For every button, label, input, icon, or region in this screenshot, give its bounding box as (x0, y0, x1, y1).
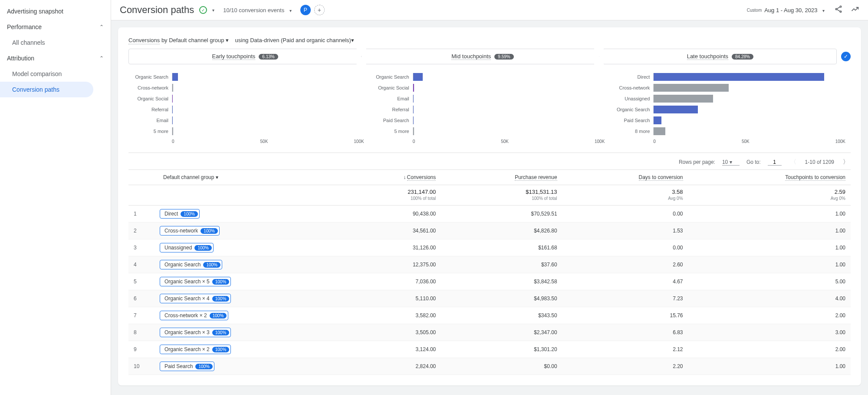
chart-panel: DirectCross-networkUnassignedOrganic Sea… (610, 68, 851, 146)
using-label: using (235, 37, 250, 43)
table-row[interactable]: 9Organic Search × 2100%3,124.00$1,301.20… (128, 341, 851, 358)
path-chip: Cross-network100% (160, 226, 220, 236)
bar-track (653, 73, 845, 81)
row-conversions: 2,824.00 (342, 358, 441, 375)
share-icon[interactable] (834, 5, 843, 16)
touchpoint-early-pct: 6.13% (259, 54, 278, 60)
table-row[interactable]: 4Organic Search100%12,375.00$37.602.601.… (128, 256, 851, 273)
table-row[interactable]: 5Organic Search × 5100%7,036.00$3,842.58… (128, 273, 851, 290)
axis-tick: 100K (354, 139, 364, 144)
table-row[interactable]: 10Paid Search100%2,824.00$0.002.201.00 (128, 358, 851, 375)
page-prev-icon[interactable]: 〈 (789, 158, 798, 166)
col-days[interactable]: Days to conversion (562, 170, 688, 185)
axis-tick: 50K (501, 139, 509, 144)
row-index: 6 (128, 290, 155, 307)
row-conversions: 7,036.00 (342, 273, 441, 290)
bar-label: Organic Social (375, 85, 413, 90)
row-path: Cross-network100% (155, 222, 342, 239)
title-dropdown-icon[interactable]: ▾ (210, 6, 216, 14)
bar-label: 5 more (375, 129, 413, 134)
sidebar-item-conversion-paths[interactable]: Conversion paths (0, 82, 93, 97)
bar-fill (654, 106, 698, 113)
rows-per-page-select[interactable]: 10 ▾ (722, 159, 740, 166)
bar-track (172, 106, 364, 113)
sidebar-item-model-comparison[interactable]: Model comparison (0, 66, 93, 82)
bar-fill (413, 95, 414, 103)
bar-label: Referral (375, 107, 413, 112)
filter-row: Conversions by Default channel group ▾ u… (128, 34, 851, 49)
sidebar-performance-header[interactable]: Performance ⌃ (0, 19, 111, 35)
sidebar-item-all-channels[interactable]: All channels (0, 35, 93, 50)
path-chip: Organic Search × 2100% (160, 345, 231, 354)
touchpoint-early-chip[interactable]: Early touchpoints 6.13% (128, 49, 362, 64)
add-comparison-button[interactable]: + (314, 5, 325, 15)
date-range-picker[interactable]: Aug 1 - Aug 30, 2023 ▾ (764, 7, 826, 13)
bar-track (413, 106, 605, 113)
row-revenue: $0.00 (441, 358, 562, 375)
path-chip: Organic Search × 3100% (160, 328, 231, 337)
bar-fill (413, 106, 414, 113)
sidebar-attribution-label: Attribution (7, 55, 34, 62)
table-row[interactable]: 3Unassigned100%31,126.00$161.680.001.00 (128, 239, 851, 256)
bar-row: Organic Social (375, 82, 605, 93)
bar-label: Email (375, 96, 413, 101)
path-label: Organic Search × 5 (164, 279, 210, 285)
bar-row: Organic Search (375, 71, 605, 82)
table-row[interactable]: 8Organic Search × 3100%3,505.00$2,347.00… (128, 324, 851, 341)
row-index: 5 (128, 273, 155, 290)
col-conversions[interactable]: ↓Conversions (342, 170, 441, 185)
table-row[interactable]: 7Cross-network × 2100%3,582.00$343.5015.… (128, 307, 851, 324)
path-chip: Direct100% (160, 209, 200, 219)
table-row[interactable]: 1Direct100%90,438.00$70,529.510.001.00 (128, 206, 851, 222)
svg-point-1 (835, 8, 837, 10)
path-pct-badge: 100% (195, 364, 213, 369)
row-days: 2.60 (562, 256, 688, 273)
metric-dropdown[interactable]: Conversions (128, 37, 160, 44)
bar-row: Paid Search (375, 115, 605, 126)
insights-icon[interactable] (851, 5, 859, 16)
user-avatar[interactable]: P (300, 5, 311, 15)
goto-input[interactable] (768, 159, 782, 166)
touchpoint-mid-chip[interactable]: Mid touchpoints 9.59% (366, 49, 599, 64)
bar-fill (413, 73, 423, 81)
table-row[interactable]: 2Cross-network100%34,561.00$4,826.801.53… (128, 222, 851, 239)
row-path: Direct100% (155, 206, 342, 222)
col-revenue[interactable]: Purchase revenue (441, 170, 562, 185)
row-days: 2.20 (562, 358, 688, 375)
row-days: 7.23 (562, 290, 688, 307)
path-chip: Organic Search100% (160, 260, 222, 269)
row-index: 2 (128, 222, 155, 239)
touchpoint-check-icon[interactable]: ✓ (841, 52, 851, 61)
conversion-events-dropdown[interactable]: 10/10 conversion events ▾ (223, 7, 293, 13)
bar-track (172, 95, 364, 103)
row-tp: 2.00 (688, 341, 851, 358)
row-tp: 1.00 (688, 358, 851, 375)
sort-down-icon: ↓ (404, 174, 406, 180)
dimension-column-dropdown[interactable]: Default channel group ▾ (163, 174, 218, 180)
chevron-down-icon: ▾ (821, 7, 826, 15)
row-tp: 3.00 (688, 324, 851, 341)
table-row[interactable]: 6Organic Search × 4100%5,110.00$4,983.50… (128, 290, 851, 307)
bar-track (172, 73, 364, 81)
row-revenue: $4,826.80 (441, 222, 562, 239)
status-check-icon[interactable]: ✓ (199, 6, 207, 14)
sidebar-snapshot-header[interactable]: Advertising snapshot (0, 3, 111, 19)
row-revenue: $1,301.20 (441, 341, 562, 358)
svg-point-2 (840, 11, 841, 12)
page-next-icon[interactable]: 〉 (841, 158, 851, 166)
by-label: by (161, 37, 169, 43)
row-tp: 1.00 (688, 222, 851, 239)
path-label: Organic Search × 2 (164, 346, 210, 352)
model-dropdown[interactable]: Data-driven (Paid and organic channels)▾ (250, 37, 354, 43)
touchpoint-late-chip[interactable]: Late touchpoints 84.28% (604, 49, 837, 64)
chevron-up-icon: ⌃ (99, 55, 104, 61)
bar-fill (172, 73, 178, 81)
row-days: 0.00 (562, 206, 688, 222)
sidebar-performance-label: Performance (7, 23, 42, 30)
row-tp: 2.00 (688, 307, 851, 324)
col-touchpoints[interactable]: Touchpoints to conversion (688, 170, 851, 185)
sidebar-attribution-header[interactable]: Attribution ⌃ (0, 50, 111, 66)
bar-label: Email (134, 118, 172, 123)
dimension-dropdown[interactable]: Default channel group ▾ (169, 37, 230, 43)
bar-fill (172, 116, 173, 124)
